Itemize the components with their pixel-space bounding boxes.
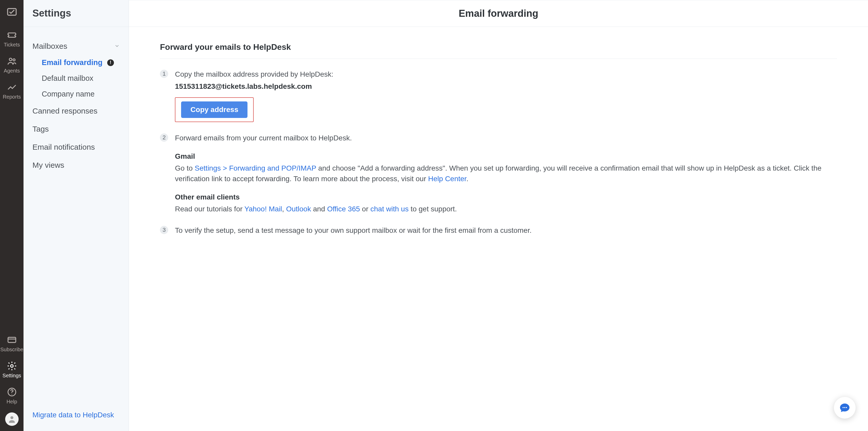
nav-tickets[interactable]: Tickets [0, 25, 24, 52]
nav-rail: Tickets Agents Reports Subsc [0, 0, 24, 431]
text-fragment: to get support. [409, 205, 457, 213]
alert-badge: ! [107, 59, 114, 66]
svg-rect-3 [8, 337, 16, 342]
step-number: 1 [160, 70, 168, 78]
svg-point-6 [11, 394, 12, 395]
step-2-text: Forward emails from your current mailbox… [175, 133, 837, 143]
checkbox-logo-icon [6, 6, 18, 18]
step-number: 2 [160, 133, 168, 142]
sidepanel-item-label: Canned responses [32, 107, 97, 115]
sidepanel-item-label: My views [32, 161, 64, 169]
section-heading: Forward your emails to HelpDesk [160, 42, 837, 59]
chevron-down-icon [114, 42, 120, 51]
user-avatar[interactable] [5, 412, 19, 426]
reports-icon [7, 82, 17, 92]
sidepanel-item-default-mailbox[interactable]: Default mailbox [24, 70, 129, 86]
text-fragment: Read our tutorials for [175, 205, 244, 213]
svg-point-10 [846, 407, 847, 408]
chat-bubble-icon [839, 402, 850, 413]
credit-card-icon [7, 335, 17, 345]
mailbox-address: 1515311823@tickets.labs.helpdesk.com [175, 81, 837, 92]
main-content: Email forwarding Forward your emails to … [129, 0, 868, 431]
text-fragment: , [282, 205, 286, 213]
gmail-title: Gmail [175, 151, 837, 162]
gmail-block: Gmail Go to Settings > Forwarding and PO… [175, 151, 837, 184]
sidepanel-item-label: Default mailbox [41, 74, 93, 82]
text-fragment: or [360, 205, 370, 213]
text-fragment: and [311, 205, 327, 213]
text-fragment: Go to [175, 164, 194, 172]
text-fragment: . [466, 175, 468, 183]
svg-point-2 [13, 59, 15, 61]
nav-settings[interactable]: Settings [0, 356, 24, 382]
agents-icon [7, 56, 17, 66]
sidepanel-item-label: Email forwarding [41, 58, 102, 67]
nav-subscribe-label: Subscribe [0, 346, 23, 353]
sidepanel-item-label: Company name [41, 90, 95, 98]
svg-point-8 [842, 407, 843, 408]
copy-address-button[interactable]: Copy address [181, 101, 247, 118]
svg-point-7 [10, 416, 13, 419]
nav-reports-label: Reports [3, 94, 21, 100]
outlook-link[interactable]: Outlook [286, 205, 311, 213]
sidepanel-item-my-views[interactable]: My views [24, 156, 129, 174]
sidepanel-item-tags[interactable]: Tags [24, 120, 129, 138]
step-1-text: Copy the mailbox address provided by Hel… [175, 69, 837, 80]
sidepanel-section-mailboxes[interactable]: Mailboxes [24, 38, 129, 55]
other-clients-title: Other email clients [175, 192, 837, 203]
step-2: 2 Forward emails from your current mailb… [160, 133, 837, 214]
help-center-link[interactable]: Help Center [428, 175, 466, 183]
ticket-icon [7, 30, 17, 40]
gmail-instructions: Go to Settings > Forwarding and POP/IMAP… [175, 163, 837, 184]
svg-point-9 [844, 407, 845, 408]
nav-subscribe[interactable]: Subscribe [0, 330, 24, 356]
step-3: 3 To verify the setup, send a test messa… [160, 225, 837, 236]
nav-reports[interactable]: Reports [0, 77, 24, 103]
other-clients-instructions: Read our tutorials for Yahoo! Mail, Outl… [175, 204, 837, 214]
step-1: 1 Copy the mailbox address provided by H… [160, 69, 837, 122]
nav-settings-label: Settings [3, 373, 21, 378]
migrate-link[interactable]: Migrate data to HelpDesk [32, 411, 114, 419]
copy-address-highlight: Copy address [175, 97, 254, 122]
step-3-text: To verify the setup, send a test message… [175, 225, 837, 236]
yahoo-link[interactable]: Yahoo! Mail [244, 205, 282, 213]
settings-sidepanel: Settings Mailboxes Email forwarding ! De… [24, 0, 129, 431]
nav-tickets-label: Tickets [4, 42, 20, 48]
sidepanel-item-label: Email notifications [32, 143, 95, 151]
office365-link[interactable]: Office 365 [327, 205, 360, 213]
nav-help-label: Help [6, 399, 17, 405]
chat-fab[interactable] [834, 397, 856, 419]
svg-point-4 [10, 365, 13, 367]
nav-help[interactable]: Help [0, 382, 24, 408]
gmail-settings-link[interactable]: Settings > Forwarding and POP/IMAP [195, 164, 316, 172]
page-title: Email forwarding [129, 0, 868, 27]
sidepanel-title: Settings [24, 0, 129, 27]
chat-with-us-link[interactable]: chat with us [370, 205, 409, 213]
sidepanel-item-company-name[interactable]: Company name [24, 86, 129, 102]
other-clients-block: Other email clients Read our tutorials f… [175, 192, 837, 214]
sidepanel-item-label: Tags [32, 125, 49, 133]
step-number: 3 [160, 226, 168, 234]
person-icon [7, 415, 16, 424]
app-logo[interactable] [0, 0, 24, 25]
nav-agents-label: Agents [4, 68, 20, 74]
sidepanel-item-canned-responses[interactable]: Canned responses [24, 102, 129, 120]
svg-point-1 [9, 58, 12, 61]
sidepanel-item-email-forwarding[interactable]: Email forwarding ! [24, 55, 129, 70]
nav-agents[interactable]: Agents [0, 52, 24, 77]
sidepanel-section-mailboxes-label: Mailboxes [32, 42, 67, 51]
help-icon [7, 387, 17, 397]
sidepanel-item-email-notifications[interactable]: Email notifications [24, 138, 129, 156]
gear-icon [7, 361, 17, 371]
